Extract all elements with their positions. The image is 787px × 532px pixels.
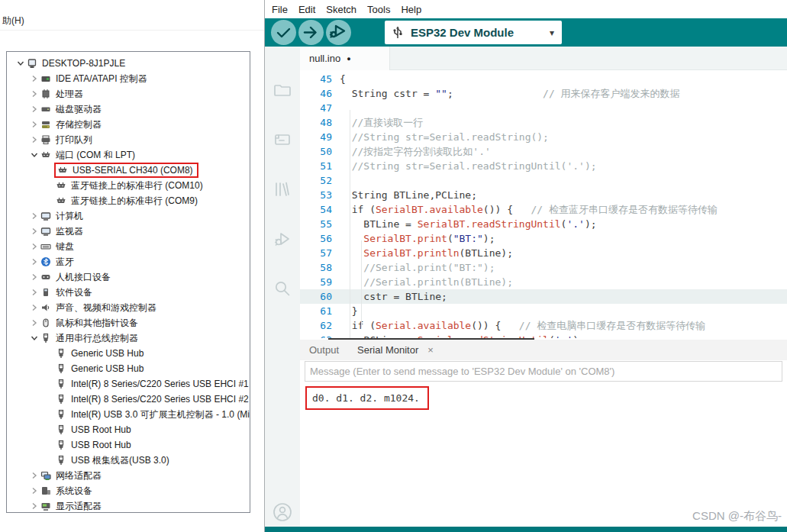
code-text: //按指定字符分割读取比如'.' xyxy=(340,145,491,159)
tree-item-20[interactable]: Generic USB Hub xyxy=(7,361,250,376)
code-line-46: 46 String cstr = ""; // 用来保存客户端发来的数据 xyxy=(300,86,787,101)
code-text: SerialBT.println(BTLine); xyxy=(340,247,513,259)
software-device-icon xyxy=(40,287,54,298)
tree-item-7[interactable]: USB-SERIAL CH340 (COM8) xyxy=(7,163,250,178)
tree-item-8[interactable]: 蓝牙链接上的标准串行 (COM10) xyxy=(7,178,250,193)
line-number: 58 xyxy=(300,262,340,273)
tree-item-18[interactable]: 通用串行总线控制器 xyxy=(7,330,250,346)
tree-item-21[interactable]: Intel(R) 8 Series/C220 Series USB EHCI #… xyxy=(7,376,250,392)
code-text: if (Serial.available()) { // 检查电脑串口缓存是否有… xyxy=(340,319,705,333)
tree-item-label: 计算机 xyxy=(54,210,83,223)
chevron-right-icon[interactable] xyxy=(28,318,40,328)
tree-item-label: IDE ATA/ATAPI 控制器 xyxy=(54,73,147,85)
tree-item-6[interactable]: 端口 (COM 和 LPT) xyxy=(7,147,250,163)
tree-item-1[interactable]: IDE ATA/ATAPI 控制器 xyxy=(7,71,250,86)
chevron-down-icon[interactable] xyxy=(28,150,40,160)
chevron-right-icon[interactable] xyxy=(28,272,40,282)
chevron-right-icon[interactable] xyxy=(28,226,40,237)
tree-item-2[interactable]: 处理器 xyxy=(7,86,250,102)
tree-indent-spacer xyxy=(44,440,56,450)
search-icon[interactable] xyxy=(273,279,292,298)
chevron-right-icon[interactable] xyxy=(28,501,40,511)
tree-item-27[interactable]: 网络适配器 xyxy=(7,468,250,483)
tree-item-29[interactable]: 显示适配器 xyxy=(7,498,250,513)
bluetooth-device-icon xyxy=(40,256,54,267)
code-editor[interactable]: 45{46 String cstr = ""; // 用来保存客户端发来的数据4… xyxy=(300,70,787,338)
menu-item-file[interactable]: File xyxy=(272,4,288,15)
tree-item-24[interactable]: USB Root Hub xyxy=(7,422,250,437)
menu-item-sketch[interactable]: Sketch xyxy=(326,4,356,15)
code-text: //String str=Serial.readStringUntil('.')… xyxy=(340,160,597,172)
board-selector-dropdown[interactable]: ESP32 Dev Module ▾ xyxy=(385,21,562,44)
chevron-right-icon[interactable] xyxy=(28,287,40,298)
debug-button[interactable] xyxy=(326,20,351,45)
tree-item-12[interactable]: 键盘 xyxy=(7,239,250,254)
menu-item-edit[interactable]: Edit xyxy=(298,4,315,15)
chevron-right-icon[interactable] xyxy=(28,104,40,114)
tree-item-14[interactable]: 人机接口设备 xyxy=(7,269,250,285)
menu-item-help[interactable]: Help xyxy=(401,4,421,15)
tree-indent-spacer xyxy=(44,409,56,420)
account-icon[interactable] xyxy=(273,502,292,522)
code-line-55: 55 BTLine = SerialBT.readStringUntil('.'… xyxy=(300,217,787,231)
tree-indent-spacer xyxy=(44,348,56,359)
usb-device-icon xyxy=(56,440,69,450)
tree-item-22[interactable]: Intel(R) 8 Series/C220 Series USB EHCI #… xyxy=(7,392,250,407)
tree-item-label: 人机接口设备 xyxy=(54,271,111,284)
tree-item-13[interactable]: 蓝牙 xyxy=(7,254,250,269)
line-number: 51 xyxy=(300,160,340,172)
code-line-52: 52 xyxy=(300,173,787,188)
chevron-right-icon[interactable] xyxy=(28,134,40,145)
chevron-right-icon[interactable] xyxy=(28,302,40,313)
tree-item-9[interactable]: 蓝牙链接上的标准串行 (COM9) xyxy=(7,193,250,208)
usb-device-icon xyxy=(40,333,54,343)
code-text: if (SerialBT.available()) { // 检查蓝牙串口缓存是… xyxy=(340,203,718,217)
line-number: 53 xyxy=(300,189,340,201)
debugger-icon[interactable] xyxy=(273,229,292,249)
tree-item-label: 磁盘驱动器 xyxy=(54,103,102,116)
tree-item-4[interactable]: 存储控制器 xyxy=(7,117,250,132)
close-icon[interactable]: × xyxy=(427,344,434,356)
menu-item-help[interactable]: 助(H) xyxy=(2,15,24,27)
tree-item-3[interactable]: 磁盘驱动器 xyxy=(7,102,250,117)
tree-item-16[interactable]: 声音、视频和游戏控制器 xyxy=(7,300,250,315)
verify-button[interactable] xyxy=(271,20,296,45)
chevron-right-icon[interactable] xyxy=(28,119,40,130)
tree-item-17[interactable]: 鼠标和其他指针设备 xyxy=(7,315,250,330)
tree-item-label: 监视器 xyxy=(54,225,83,238)
tree-item-11[interactable]: 监视器 xyxy=(7,224,250,239)
audio-device-icon xyxy=(40,302,54,313)
menu-item-tools[interactable]: Tools xyxy=(367,4,390,15)
sketchbook-icon[interactable] xyxy=(273,80,292,100)
tree-item-26[interactable]: USB 根集线器(USB 3.0) xyxy=(7,453,250,468)
boards-manager-icon[interactable] xyxy=(273,130,292,150)
upload-button[interactable] xyxy=(298,20,324,45)
tree-item-15[interactable]: 软件设备 xyxy=(7,285,250,300)
chevron-right-icon[interactable] xyxy=(28,485,40,496)
tree-item-19[interactable]: Generic USB Hub xyxy=(7,346,250,361)
chevron-right-icon[interactable] xyxy=(28,73,40,84)
chevron-right-icon[interactable] xyxy=(28,256,40,267)
serial-message-input[interactable] xyxy=(305,361,782,382)
tree-item-10[interactable]: 计算机 xyxy=(7,208,250,224)
tree-item-25[interactable]: USB Root Hub xyxy=(7,437,250,453)
tree-item-5[interactable]: 打印队列 xyxy=(7,132,250,147)
library-manager-icon[interactable] xyxy=(273,179,292,199)
display-device-icon xyxy=(40,501,54,511)
chevron-down-icon[interactable] xyxy=(15,58,27,69)
chevron-right-icon[interactable] xyxy=(28,89,40,99)
chevron-right-icon[interactable] xyxy=(28,470,40,481)
ide-device-icon xyxy=(40,73,54,84)
tree-item-label: 蓝牙链接上的标准串行 (COM9) xyxy=(69,195,198,208)
line-number: 56 xyxy=(300,233,340,244)
tab-output[interactable]: Output xyxy=(309,344,339,356)
line-number: 60 xyxy=(300,291,340,302)
tree-item-28[interactable]: 系统设备 xyxy=(7,483,250,498)
tab-null-ino[interactable]: null.ino ● xyxy=(300,47,390,70)
tree-item-0[interactable]: DESKTOP-8J1PJLE xyxy=(7,56,250,71)
chevron-down-icon[interactable] xyxy=(28,333,40,343)
chevron-right-icon[interactable] xyxy=(28,211,40,221)
tab-serial-monitor[interactable]: Serial Monitor xyxy=(357,344,418,356)
chevron-right-icon[interactable] xyxy=(28,241,40,252)
tree-item-23[interactable]: Intel(R) USB 3.0 可扩展主机控制器 - 1.0 (Micr xyxy=(7,407,250,422)
